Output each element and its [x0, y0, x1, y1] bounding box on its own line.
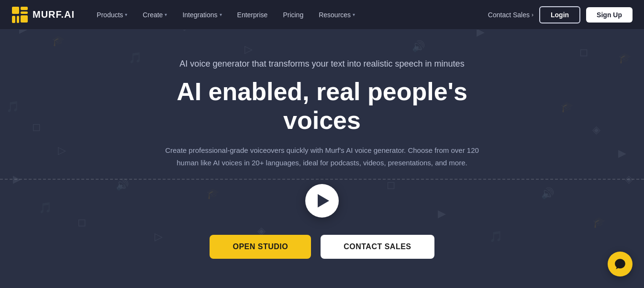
bg-icon: 🎓 — [560, 101, 573, 113]
bg-icon: ▷ — [244, 43, 253, 56]
svg-rect-5 — [21, 15, 28, 23]
chat-icon — [614, 258, 626, 270]
nav-item-pricing[interactable]: Pricing — [276, 7, 310, 23]
nav-item-create[interactable]: Create ▾ — [136, 7, 174, 23]
svg-rect-3 — [12, 16, 15, 23]
bg-icon: 🎵 — [6, 101, 19, 113]
cta-buttons: OPEN STUDIO CONTACT SALES — [135, 235, 509, 259]
play-icon — [318, 194, 329, 207]
chat-bubble[interactable] — [608, 252, 633, 276]
nav-item-resources[interactable]: Resources ▾ — [312, 7, 362, 23]
bg-icon: ◻ — [78, 216, 86, 229]
bg-icon: ◈ — [592, 124, 600, 136]
logo[interactable]: MURF.AI — [11, 6, 75, 23]
contact-sales-nav-link[interactable]: Contact Sales › — [488, 11, 533, 19]
svg-rect-2 — [21, 12, 28, 14]
navbar: MURF.AI Products ▾ Create ▾ Integrations… — [0, 0, 644, 30]
nav-item-enterprise[interactable]: Enterprise — [231, 7, 275, 23]
hero-subtitle: AI voice generator that transforms your … — [135, 59, 509, 69]
logo-text: MURF.AI — [33, 9, 75, 20]
bg-icon: 🎓 — [592, 216, 605, 229]
svg-rect-4 — [17, 16, 19, 23]
svg-rect-1 — [21, 7, 28, 10]
chevron-down-icon: ▾ — [220, 12, 222, 17]
hero-description: Create professional-grade voiceovers qui… — [159, 144, 485, 169]
hero-content: AI voice generator that transforms your … — [126, 59, 518, 259]
bg-icon: 🔊 — [541, 187, 554, 200]
nav-links: Products ▾ Create ▾ Integrations ▾ Enter… — [90, 7, 488, 23]
bg-icon: ◻ — [579, 46, 588, 58]
bg-icon: 🎓 — [52, 35, 65, 47]
nav-item-integrations[interactable]: Integrations ▾ — [176, 7, 228, 23]
bg-icon: 🎓 — [618, 52, 631, 64]
hero-section: ▶ 🎓 ◻ 🎵 ◈ ▷ ◻ 🔊 ▶ ◈ ◻ 🎓 ▶ 🎵 ◻ 🔊 ▷ 🎓 ◈ ◻ … — [0, 0, 644, 288]
play-button[interactable] — [305, 184, 339, 218]
bg-icon: ◻ — [32, 121, 41, 133]
nav-item-products[interactable]: Products ▾ — [90, 7, 134, 23]
hero-title: AI enabled, real people's voices — [135, 78, 509, 135]
chevron-down-icon: ▾ — [125, 12, 127, 17]
bg-icon: ▷ — [58, 144, 66, 157]
login-button[interactable]: Login — [539, 6, 580, 23]
chevron-down-icon: ▾ — [165, 12, 167, 17]
contact-sales-button[interactable]: CONTACT SALES — [321, 235, 434, 259]
chevron-down-icon: ▾ — [353, 12, 355, 17]
nav-right: Contact Sales › Login Sign Up — [488, 6, 633, 23]
open-studio-button[interactable]: OPEN STUDIO — [210, 235, 311, 259]
svg-rect-0 — [12, 7, 19, 14]
bg-icon: 🎵 — [39, 202, 52, 214]
logo-icon — [11, 6, 29, 23]
bg-icon: ▶ — [618, 147, 626, 160]
play-button-wrap — [135, 184, 509, 218]
chevron-right-icon: › — [532, 12, 533, 18]
signup-button[interactable]: Sign Up — [586, 7, 633, 23]
bg-icon: 🔊 — [412, 40, 425, 53]
